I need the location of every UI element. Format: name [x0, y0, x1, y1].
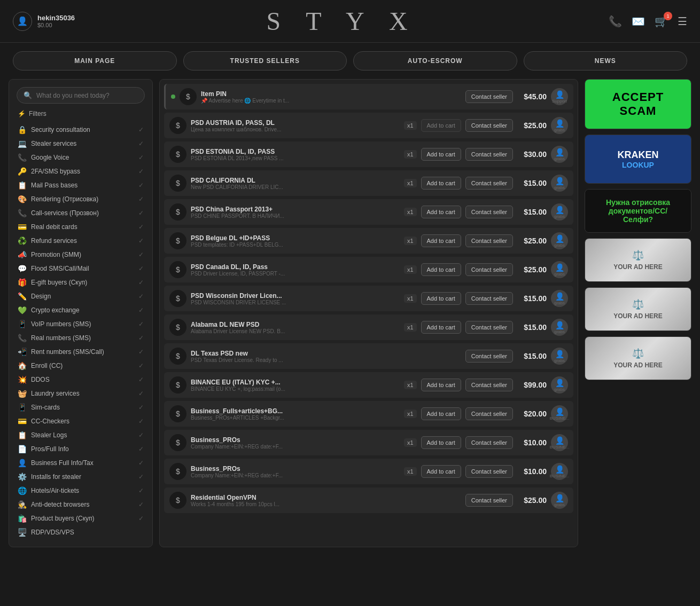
- contact-seller-button[interactable]: Contact seller: [465, 90, 513, 103]
- add-to-cart-button[interactable]: Add to cart: [421, 407, 461, 420]
- contact-seller-button[interactable]: Contact seller: [465, 263, 513, 276]
- sidebar-item-product-buyers[interactable]: 🛍️ Product buyers (Скуп) ✓: [17, 511, 145, 525]
- add-to-cart-button[interactable]: Add to cart: [421, 465, 461, 478]
- add-to-cart-button[interactable]: Add to cart: [421, 263, 461, 276]
- sidebar-item-installs[interactable]: ⚙️ Installs for stealer ✓: [17, 470, 145, 484]
- product-subtitle: Company Name:+EIN:+REG date:+F...: [191, 473, 400, 478]
- contact-seller-button[interactable]: Contact seller: [465, 321, 513, 334]
- add-to-cart-button[interactable]: Add to cart: [421, 206, 461, 218]
- product-price: $10.00: [517, 438, 547, 447]
- ad-doc-rendering[interactable]: Нужна отрисовка документов/CC/Селфи?: [585, 189, 691, 233]
- sidebar-item-egift[interactable]: 🎁 E-gift buyers (Скуп) ✓: [17, 276, 145, 289]
- sidebar-item-ddos[interactable]: 💥 DDOS ✓: [17, 373, 145, 387]
- ad-your-3[interactable]: ⚖️ YOUR AD HERE: [585, 336, 691, 380]
- sidebar-item-rent-numbers[interactable]: 📲 Rent numbers (SMS/Call) ✓: [17, 345, 145, 359]
- sidebar-item-antidetect[interactable]: 🕵️ Anti-detect browsers ✓: [17, 498, 145, 511]
- sidebar-item-cc-checkers[interactable]: 💳 CC-Checkers ✓: [17, 414, 145, 428]
- sidebar-item-enroll[interactable]: 🏠 Enroll (CC) ✓: [17, 359, 145, 373]
- contact-seller-button[interactable]: Contact seller: [465, 350, 513, 363]
- add-to-cart-button[interactable]: Add to cart: [421, 119, 461, 132]
- ad-your-2[interactable]: ⚖️ YOUR AD HERE: [585, 287, 691, 331]
- ad-accept-scam[interactable]: ACCEPT SCAM: [585, 79, 691, 129]
- mail-icon[interactable]: ✉️: [632, 15, 645, 28]
- contact-seller-button[interactable]: Contact seller: [465, 234, 513, 247]
- product-price: $45.00: [517, 92, 547, 101]
- contact-seller-button[interactable]: Contact seller: [465, 119, 513, 132]
- nav-news[interactable]: NEWS: [524, 51, 688, 70]
- main-layout: 🔍 ⚡ Filters 🔒 Security consultation ✓ 💻 …: [0, 79, 700, 556]
- sidebar-item-simcards[interactable]: 📱 Sim-cards ✓: [17, 400, 145, 414]
- sidebar-item-smm[interactable]: 📣 Promotion (SMM) ✓: [17, 248, 145, 262]
- sidebar-item-hotels[interactable]: 🌐 Hotels/Air-tickets ✓: [17, 484, 145, 498]
- sidebar-item-rendering[interactable]: 🎨 Rendering (Отрисовка) ✓: [17, 192, 145, 206]
- add-to-cart-button[interactable]: Add to cart: [421, 292, 461, 305]
- add-to-cart-button[interactable]: Add to cart: [421, 177, 461, 190]
- cart-icon[interactable]: 🛒 1: [655, 15, 668, 28]
- sidebar-item-crypto[interactable]: 💚 Crypto exchange ✓: [17, 303, 145, 317]
- contact-seller-button[interactable]: Contact seller: [465, 177, 513, 190]
- ad-kraken[interactable]: KRAKEN LOOKUP: [585, 135, 691, 184]
- sidebar-item-pros-full-info[interactable]: 📄 Pros/Full Info ✓: [17, 442, 145, 456]
- nav-main-page[interactable]: MAIN PAGE: [13, 51, 177, 70]
- search-input[interactable]: [36, 92, 138, 99]
- product-subtitle: PSD Texas Driver License. Ready to ...: [191, 357, 461, 363]
- product-row: $ PSD China Passport 2013+ PSD CHINE PAS…: [164, 199, 573, 225]
- sidebar-item-stealer[interactable]: 💻 Stealer services ✓: [17, 137, 145, 151]
- kraken-line2: LOOKUP: [617, 161, 658, 169]
- sidebar-item-voip[interactable]: 📱 VoIP numbers (SMS) ✓: [17, 317, 145, 331]
- ad-your-1[interactable]: ⚖️ YOUR AD HERE: [585, 238, 691, 282]
- product-row: $ DL Texas PSD new PSD Texas Driver Lice…: [164, 343, 573, 369]
- sidebar-item-debit-cards[interactable]: 💳 Real debit cards ✓: [17, 220, 145, 234]
- sidebar-item-design[interactable]: ✏️ Design ✓: [17, 289, 145, 303]
- qty-badge: x1: [404, 438, 417, 447]
- seller-label: grabs: [554, 387, 565, 392]
- seller-label: grabs: [554, 358, 565, 363]
- search-box[interactable]: 🔍: [17, 87, 145, 104]
- add-to-cart-button[interactable]: Add to cart: [421, 148, 461, 161]
- add-to-cart-button[interactable]: Add to cart: [421, 234, 461, 247]
- ad-your-text-3: YOUR AD HERE: [613, 361, 663, 369]
- sidebar-item-business-info[interactable]: 👤 Business Full Info/Tax ✓: [17, 456, 145, 470]
- product-price: $25.00: [517, 121, 547, 130]
- nav-bar: MAIN PAGE TRUSTED SELLERS AUTO-ESCROW NE…: [0, 43, 700, 79]
- product-price: $25.00: [517, 237, 547, 245]
- sidebar-item-laundry[interactable]: 🧺 Laundry services ✓: [17, 387, 145, 400]
- contact-seller-button[interactable]: Contact seller: [465, 436, 513, 449]
- qty-badge: x1: [404, 467, 417, 476]
- sidebar-item-mail-pass[interactable]: 📋 Mail Pass bases ✓: [17, 178, 145, 192]
- contact-seller-button[interactable]: Contact seller: [465, 148, 513, 161]
- sidebar-item-refund[interactable]: ♻️ Refund services ✓: [17, 234, 145, 248]
- contact-seller-button[interactable]: Contact seller: [465, 494, 513, 507]
- contact-seller-button[interactable]: Contact seller: [465, 407, 513, 420]
- add-to-cart-button[interactable]: Add to cart: [421, 321, 461, 334]
- add-to-cart-button[interactable]: Add to cart: [421, 436, 461, 449]
- sidebar-item-security[interactable]: 🔒 Security consultation ✓: [17, 123, 145, 137]
- contact-seller-button[interactable]: Contact seller: [465, 206, 513, 218]
- sidebar-item-call-services[interactable]: 📞 Call-services (Прозвон) ✓: [17, 206, 145, 220]
- contact-seller-button[interactable]: Contact seller: [465, 379, 513, 391]
- seller-label: BUSINE...: [550, 416, 569, 421]
- sidebar-item-stealer-logs[interactable]: 📋 Stealer Logs ✓: [17, 428, 145, 442]
- qty-badge: x1: [404, 294, 417, 303]
- menu-icon[interactable]: ☰: [678, 15, 687, 28]
- add-to-cart-button[interactable]: Add to cart: [421, 379, 461, 391]
- sidebar-item-flood[interactable]: 💬 Flood SMS/Call/Mail ✓: [17, 262, 145, 276]
- seller-label: grabs: [554, 301, 565, 305]
- product-subtitle: 📌 Advertise here 🌐 Everytime in t...: [201, 98, 461, 104]
- nav-auto-escrow[interactable]: AUTO-ESCROW: [353, 51, 517, 70]
- sidebar-item-2fa[interactable]: 🔑 2FA/SMS bypass ✓: [17, 164, 145, 178]
- seller-label: grabs: [554, 214, 565, 219]
- nav-trusted-sellers[interactable]: TRUSTED SELLERS: [183, 51, 347, 70]
- product-info: Item PIN 📌 Advertise here 🌐 Everytime in…: [201, 90, 461, 104]
- sidebar-item-rdp[interactable]: 🖥️ RDP/VDS/VPS ✓: [17, 525, 145, 539]
- contact-seller-button[interactable]: Contact seller: [465, 292, 513, 305]
- product-icon: $: [169, 146, 186, 163]
- contact-seller-button[interactable]: Contact seller: [465, 465, 513, 478]
- product-info: Business_PROs Company Name:+EIN:+REG dat…: [191, 436, 400, 450]
- sidebar-item-google-voice[interactable]: 📞 Google Voice ✓: [17, 151, 145, 164]
- product-title: Business_Fulls+articles+BG...: [191, 407, 400, 415]
- seller-label: grabs: [554, 156, 565, 161]
- sidebar-item-real-numbers[interactable]: 📞 Real numbers (SMS) ✓: [17, 331, 145, 345]
- phone-icon[interactable]: 📞: [609, 15, 622, 28]
- product-icon: $: [169, 117, 186, 134]
